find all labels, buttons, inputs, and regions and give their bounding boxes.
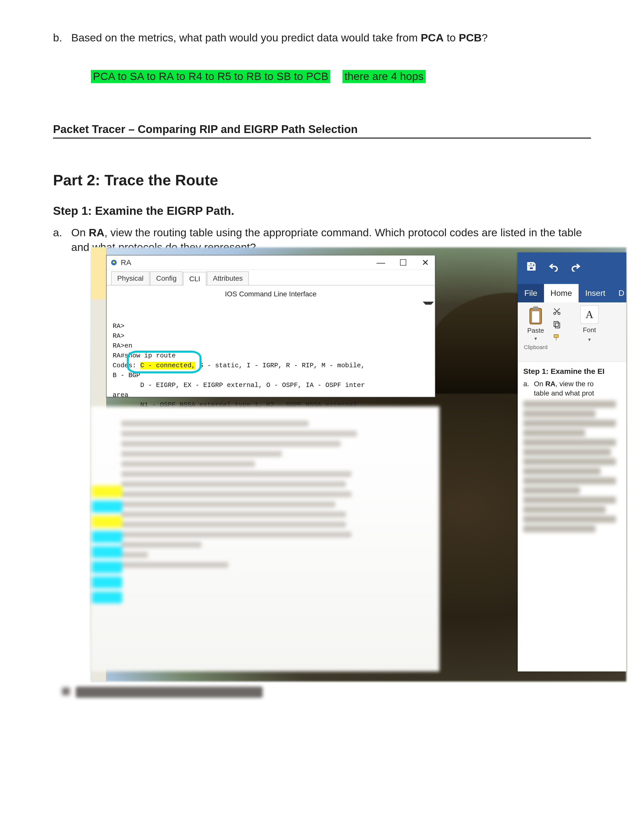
- ra-label: RA: [89, 227, 104, 238]
- tab-config[interactable]: Config: [150, 271, 183, 285]
- word-doc-step-heading: Step 1: Examine the EI: [523, 366, 626, 376]
- list-letter-a: a.: [53, 225, 71, 240]
- svg-rect-1: [529, 263, 533, 265]
- svg-rect-9: [555, 323, 560, 328]
- question-b-prefix: Based on the metrics, what path would yo…: [71, 32, 421, 43]
- word-window: File Home Insert D Paste ▾ Clipboard: [518, 252, 626, 671]
- cli-line-5a: Codes:: [113, 362, 140, 369]
- redo-icon[interactable]: [570, 260, 582, 272]
- cli-line-2: RA>: [113, 332, 124, 340]
- embedded-screenshot: RA — ☐ ✕ Physical Config CLI Attributes …: [91, 248, 626, 682]
- tab-home[interactable]: Home: [544, 284, 579, 302]
- tab-file[interactable]: File: [518, 284, 544, 302]
- part2-heading: Part 2: Trace the Route: [53, 171, 591, 189]
- tab-cut-d[interactable]: D: [612, 284, 626, 302]
- page: b. Based on the metrics, what path would…: [0, 0, 644, 833]
- cli-line-4: RA#show ip route: [113, 352, 176, 359]
- cli-line-8: area: [113, 391, 128, 399]
- paste-group: Paste ▾ Clipboard: [522, 306, 549, 351]
- step1-a-prefix: On: [71, 227, 89, 238]
- format-painter-icon[interactable]: [552, 333, 561, 342]
- cli-line-7c: EX - EIGRP external, O - OSPF, IA - OSPF…: [180, 381, 365, 389]
- question-b-mid: to: [444, 32, 459, 43]
- blurred-routes-panel: [91, 407, 440, 671]
- ra-window: RA — ☐ ✕ Physical Config CLI Attributes …: [106, 255, 435, 397]
- svg-rect-8: [554, 322, 559, 326]
- scroll-up-icon[interactable]: [423, 302, 434, 310]
- word-doc-blurred-lines: [523, 400, 626, 532]
- word-ribbon-body: Paste ▾ Clipboard: [518, 302, 626, 362]
- step1-heading: Step 1: Examine the EIGRP Path.: [53, 204, 591, 217]
- blurred-text-stack: [121, 416, 389, 572]
- save-icon[interactable]: [525, 260, 538, 272]
- cut-copy-format-column: [552, 307, 561, 342]
- word-doc-a-letter: a.: [523, 379, 531, 398]
- document-content: b. Based on the metrics, what path would…: [53, 30, 591, 274]
- tab-insert[interactable]: Insert: [579, 284, 612, 302]
- maximize-button[interactable]: ☐: [398, 257, 409, 268]
- titlebar: RA — ☐ ✕: [106, 256, 435, 270]
- section-title: Packet Tracer – Comparing RIP and EIGRP …: [53, 123, 591, 138]
- list-letter-b: b.: [53, 30, 71, 45]
- svg-rect-2: [529, 267, 534, 270]
- clipboard-label: Clipboard: [524, 344, 547, 351]
- svg-rect-5: [533, 306, 538, 310]
- packet-tracer-icon: [111, 259, 117, 266]
- cli-d-eigrp-highlight: D - EIGRP,: [140, 381, 180, 389]
- font-group: A Font ▾: [574, 306, 605, 343]
- paste-label[interactable]: Paste: [527, 326, 544, 334]
- pcb-label: PCB: [459, 32, 481, 43]
- paste-dropdown-icon[interactable]: ▾: [535, 336, 537, 341]
- ra-tabs: Physical Config CLI Attributes: [106, 271, 435, 286]
- answer-b-path: PCA to SA to RA to R4 to R5 to RB to SB …: [91, 70, 330, 83]
- cli-line-7a: [113, 381, 140, 389]
- word-ribbon-tabs: File Home Insert D: [518, 280, 626, 302]
- close-button[interactable]: ✕: [420, 257, 431, 268]
- cut-icon[interactable]: [552, 307, 561, 315]
- tab-physical[interactable]: Physical: [111, 271, 150, 285]
- answer-b: PCA to SA to RA to R4 to R5 to RB to SB …: [91, 70, 591, 82]
- answer-b-hops: there are 4 hops: [343, 70, 425, 83]
- paste-icon[interactable]: [528, 306, 544, 326]
- cli-line-3: RA>en: [113, 342, 132, 350]
- word-doc-a-line1: On RA, view the ro: [534, 379, 594, 389]
- svg-rect-4: [532, 311, 540, 323]
- cli-line-6: B - BGP: [113, 371, 140, 379]
- tab-cli[interactable]: CLI: [183, 272, 206, 286]
- font-a-icon[interactable]: A: [580, 306, 599, 323]
- blurred-bottom-caption: [76, 687, 262, 698]
- cli-line-1: RA>: [113, 322, 124, 330]
- undo-icon[interactable]: [547, 260, 560, 272]
- cli-title: IOS Command Line Interface: [106, 286, 435, 301]
- question-b-body: Based on the metrics, what path would yo…: [71, 30, 591, 45]
- pca-label: PCA: [421, 32, 444, 43]
- cli-line-5c: S - static, I - IGRP, R - RIP, M - mobil…: [195, 362, 365, 369]
- blurred-route-badges: [92, 482, 135, 607]
- font-label: Font: [583, 326, 596, 334]
- word-quick-access: [518, 252, 626, 280]
- question-b: b. Based on the metrics, what path would…: [53, 30, 591, 45]
- question-b-suffix: ?: [481, 32, 488, 43]
- cli-c-connected-highlight: C - connected,: [140, 362, 195, 369]
- word-doc-a-line2: table and what prot: [534, 389, 594, 398]
- ra-window-title: RA: [121, 258, 131, 267]
- font-dropdown-icon[interactable]: ▾: [588, 336, 591, 343]
- word-document-preview: Step 1: Examine the EI a. On RA, view th…: [518, 362, 626, 663]
- tab-attributes[interactable]: Attributes: [207, 271, 249, 285]
- minimize-button[interactable]: —: [375, 257, 386, 268]
- copy-icon[interactable]: [552, 320, 561, 329]
